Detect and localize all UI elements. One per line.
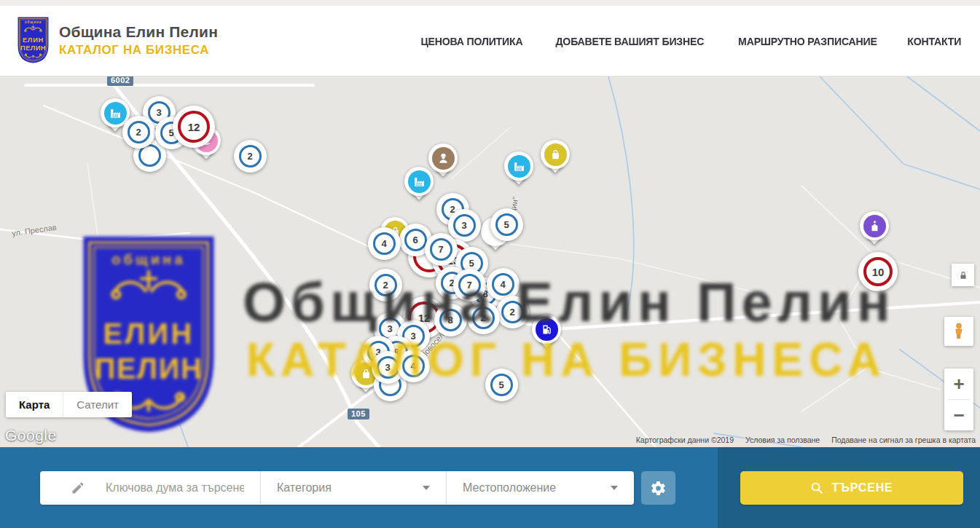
pin-disc <box>541 140 570 169</box>
cluster-marker[interactable]: 4 <box>368 227 401 260</box>
cluster-marker[interactable]: 2 <box>234 140 267 173</box>
street-view-pegman-button[interactable] <box>944 317 973 346</box>
location-dropdown-label: Местоположение <box>463 481 556 494</box>
map-type-control: Карта Сателит <box>6 392 132 417</box>
site-logo[interactable]: Община Елин Пелин КАТАЛОГ НА БИЗНЕСА <box>16 16 218 64</box>
cluster-marker[interactable]: 2 <box>122 116 155 149</box>
cluster-count: 2 <box>239 145 262 168</box>
lock-icon <box>958 270 968 280</box>
search-settings-button[interactable] <box>641 471 675 505</box>
factory-icon <box>408 170 431 193</box>
category-pin-bag[interactable] <box>541 140 570 179</box>
municipality-shield-logo <box>16 16 50 64</box>
category-dropdown-label: Категория <box>277 481 332 494</box>
site-header: Община Елин Пелин КАТАЛОГ НА БИЗНЕСА ЦЕН… <box>0 6 980 76</box>
gear-icon <box>650 480 667 497</box>
cluster-count: 6 <box>404 229 427 251</box>
search-pill: Категория Местоположение <box>40 471 634 505</box>
nav-item-route-schedule[interactable]: МАРШРУТНО РАЗПИСАНИЕ <box>738 35 877 47</box>
pencil-icon <box>71 481 85 495</box>
search-icon <box>810 481 823 494</box>
bag-icon <box>544 143 567 166</box>
location-dropdown[interactable]: Местоположение <box>446 471 634 505</box>
zoom-in-button[interactable]: + <box>944 369 973 399</box>
search-button[interactable]: ТЪРСЕНЕ <box>740 471 963 505</box>
attribution-report-error-link[interactable]: Подаване на сигнал за грешка в картата <box>831 436 976 444</box>
factory-icon <box>104 102 127 125</box>
category-pin-factory[interactable] <box>504 151 533 191</box>
cluster-marker[interactable]: 3 <box>448 209 481 242</box>
map-type-map-button[interactable]: Карта <box>6 392 63 417</box>
cluster-count: 12 <box>178 111 210 143</box>
attribution-terms-link[interactable]: Условия за ползване <box>745 436 820 444</box>
google-map[interactable]: 6002 105 ул. Преслав бул. „Новосел ции" … <box>0 76 980 447</box>
main-nav: ЦЕНОВА ПОЛИТИКА ДОБАВЕТЕ ВАШИЯТ БИЗНЕС М… <box>418 6 963 76</box>
cluster-count: 7 <box>430 238 452 261</box>
chevron-down-icon <box>423 486 430 490</box>
category-dropdown[interactable]: Категория <box>260 471 446 505</box>
category-pin-worker[interactable] <box>428 143 458 183</box>
pin-disc <box>428 143 458 173</box>
pegman-icon <box>949 322 968 341</box>
cluster-marker[interactable]: 5 <box>490 208 523 241</box>
keyword-search-input[interactable] <box>106 481 244 494</box>
nav-item-pricing[interactable]: ЦЕНОВА ПОЛИТИКА <box>421 35 523 47</box>
attribution-copyright: Картографски данни ©2019 <box>636 436 734 444</box>
watermark-subtitle: КАТАЛОГ НА БИЗНЕСА <box>246 333 887 387</box>
nav-item-contacts[interactable]: КОНТАКТИ <box>908 35 962 47</box>
cluster-marker[interactable]: 12 <box>173 106 215 148</box>
zoom-control: + − <box>944 369 973 430</box>
church-icon <box>863 215 886 237</box>
factory-icon <box>508 155 530 178</box>
zoom-out-button[interactable]: − <box>944 400 973 430</box>
search-button-label: ТЪРСЕНЕ <box>831 481 893 494</box>
pin-disc <box>504 151 533 181</box>
search-bar-section: Категория Местоположение ТЪРСЕНЕ <box>0 447 980 528</box>
cluster-count: 5 <box>495 213 518 236</box>
google-logo[interactable]: Google <box>5 427 57 444</box>
watermark-title: Община Елин Пелин <box>243 270 895 334</box>
map-attribution: Картографски данни ©2019 Условия за полз… <box>636 436 976 444</box>
lock-button[interactable] <box>952 264 974 286</box>
cluster-marker[interactable]: 7 <box>425 233 458 266</box>
category-pin-church[interactable] <box>860 211 889 251</box>
pin-disc <box>860 211 889 240</box>
chevron-down-icon <box>611 486 618 490</box>
keyword-section <box>40 471 260 505</box>
site-subtitle: КАТАЛОГ НА БИЗНЕСА <box>59 43 218 58</box>
cluster-count: 2 <box>128 121 150 143</box>
worker-icon <box>432 147 455 170</box>
site-title: Община Елин Пелин <box>59 23 218 41</box>
cluster-count: 3 <box>453 214 476 237</box>
map-type-satellite-button[interactable]: Сателит <box>63 392 132 417</box>
cluster-count: 4 <box>373 232 396 255</box>
top-strip <box>0 0 980 6</box>
nav-item-add-business[interactable]: ДОБАВЕТЕ ВАШИЯТ БИЗНЕС <box>555 35 704 47</box>
